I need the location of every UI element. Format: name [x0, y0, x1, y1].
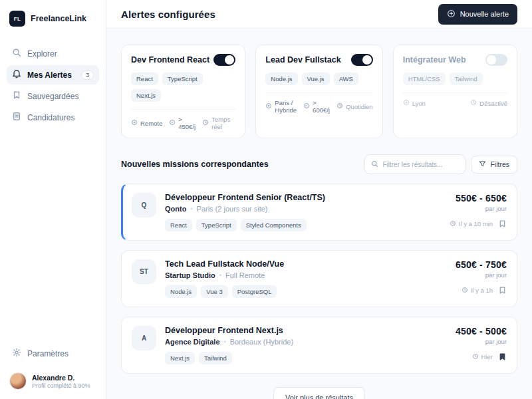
- alert-frequency: Temps réel: [202, 116, 235, 130]
- alert-name: Lead Dev Fullstack: [265, 55, 340, 65]
- clock-icon: [202, 119, 209, 127]
- mission-tag: PostgreSQL: [232, 285, 277, 298]
- alert-tag: Next.js: [131, 89, 161, 102]
- filters-label: Filtres: [490, 160, 509, 168]
- gear-icon: [12, 348, 21, 359]
- alert-tag: React: [131, 72, 158, 85]
- alert-frequency: Quotidien: [336, 102, 373, 110]
- sidebar-item-label: Candidatures: [27, 113, 74, 122]
- profile-completion: Profil complété à 90%: [32, 382, 90, 389]
- main-area: Alertes configurées Nouvelle alerte Dev …: [106, 0, 532, 399]
- bookmark-filled-button[interactable]: [498, 352, 507, 361]
- mission-rate-unit: par jour: [485, 205, 507, 212]
- mission-location: Bordeaux (Hybride): [230, 338, 293, 346]
- bell-icon: [12, 69, 21, 80]
- company-logo: Q: [132, 193, 156, 217]
- mission-list: Q Développeur Frontend Senior (React/TS)…: [121, 184, 517, 374]
- sidebar-item-parametres[interactable]: Paramètres: [7, 344, 99, 363]
- alert-tag: AWS: [334, 72, 358, 85]
- bookmark-button[interactable]: [498, 286, 507, 295]
- mission-tag: Next.js: [165, 352, 195, 364]
- alert-card-lead-dev-fullstack: Lead Dev Fullstack Node.js Vue.js AWS Pa…: [255, 45, 382, 138]
- company-logo: A: [132, 326, 156, 350]
- alert-tag: TypeScript: [162, 72, 203, 85]
- alert-location: Lyon: [403, 99, 426, 107]
- app-logo: FL FreelanceLink: [7, 9, 99, 27]
- alert-tag: Node.js: [265, 72, 297, 85]
- filters-button[interactable]: Filtres: [471, 156, 517, 174]
- filter-results-input[interactable]: [382, 161, 459, 168]
- user-profile[interactable]: Alexandre D. Profil complété à 90%: [7, 372, 99, 390]
- profile-name: Alexandre D.: [32, 374, 90, 382]
- alert-name: Intégrateur Web: [403, 55, 466, 65]
- filter-funnel-icon: [479, 160, 486, 169]
- alert-toggle-on[interactable]: [213, 54, 235, 66]
- company-logo: ST: [132, 259, 156, 284]
- sidebar-item-candidatures[interactable]: Candidatures: [7, 108, 99, 127]
- clock-icon: [470, 99, 477, 107]
- alert-tag: HTML/CSS: [403, 72, 446, 85]
- company-name: Qonto: [165, 205, 186, 213]
- clock-icon: [450, 220, 456, 228]
- mission-tag: TypeScript: [196, 219, 237, 231]
- sidebar-item-mes-alertes[interactable]: Mes Alertes 3: [7, 65, 99, 84]
- rate-icon: [169, 119, 176, 127]
- mission-title: Tech Lead Fullstack Node/Vue: [165, 259, 447, 269]
- alert-tag: Tailwind: [450, 72, 483, 85]
- alert-frequency: Désactivé: [470, 99, 507, 107]
- alert-rate: > 450€/j: [169, 116, 196, 130]
- rate-icon: [303, 102, 310, 110]
- mission-tag: Node.js: [165, 285, 197, 298]
- document-icon: [12, 112, 21, 123]
- mission-tag: Tailwind: [199, 352, 232, 364]
- mission-time: Il y a 10 min: [450, 220, 493, 228]
- mission-time: Il y a 1h: [462, 287, 493, 295]
- new-alert-label: Nouvelle alerte: [460, 10, 509, 18]
- mission-rate-unit: par jour: [485, 271, 507, 279]
- alert-toggle-on[interactable]: [351, 54, 373, 66]
- alert-name: Dev Frontend React: [131, 55, 209, 65]
- mission-tag: Styled Components: [241, 219, 307, 231]
- mission-card-qonto[interactable]: Q Développeur Frontend Senior (React/TS)…: [121, 184, 517, 241]
- avatar: [9, 372, 27, 390]
- missions-header: Nouvelles missions correspondantes Filtr…: [121, 154, 517, 174]
- load-more-button[interactable]: Voir plus de résultats: [273, 387, 365, 399]
- alert-card-dev-frontend-react: Dev Frontend React React TypeScript Next…: [121, 45, 245, 138]
- mission-card-startup-studio[interactable]: ST Tech Lead Fullstack Node/Vue Startup …: [121, 250, 517, 307]
- topbar: Alertes configurées Nouvelle alerte: [106, 0, 532, 29]
- sidebar-item-label: Mes Alertes: [27, 70, 72, 80]
- missions-section-title: Nouvelles missions correspondantes: [121, 160, 269, 169]
- clock-icon: [472, 353, 479, 361]
- mission-rate-unit: par jour: [485, 338, 507, 345]
- app-name: FreelanceLink: [31, 14, 86, 23]
- clock-icon: [336, 102, 343, 110]
- company-name: Agence Digitale: [165, 338, 220, 346]
- bookmark-icon: [12, 90, 21, 102]
- alert-rate: > 600€/j: [303, 99, 330, 114]
- alert-location: Remote: [131, 119, 162, 127]
- app-logo-icon: FL: [9, 11, 25, 27]
- company-name: Startup Studio: [165, 271, 215, 279]
- sidebar-nav: Explorer Mes Alertes 3 Sauvegardées: [7, 44, 99, 127]
- mission-location: Full Remote: [225, 271, 265, 279]
- content: Dev Frontend React React TypeScript Next…: [106, 29, 532, 399]
- sidebar-item-sauvegardees[interactable]: Sauvegardées: [7, 86, 99, 106]
- bookmark-button[interactable]: [498, 219, 507, 228]
- search-icon: [371, 158, 378, 170]
- location-icon: [131, 119, 138, 127]
- mission-card-agence-digitale[interactable]: A Développeur Frontend Next.js Agence Di…: [121, 317, 517, 374]
- plus-circle-icon: [447, 9, 456, 19]
- sidebar-item-explorer[interactable]: Explorer: [7, 44, 99, 63]
- filter-search-box[interactable]: [364, 154, 466, 174]
- location-icon: [265, 102, 272, 110]
- mission-rate: 550€ - 650€: [456, 193, 507, 203]
- alert-toggle-off[interactable]: [485, 54, 507, 66]
- alert-tag: Vue.js: [302, 72, 330, 85]
- sidebar-item-label: Sauvegardées: [27, 92, 78, 101]
- new-alert-button[interactable]: Nouvelle alerte: [438, 4, 517, 25]
- mission-rate: 450€ - 500€: [456, 326, 507, 336]
- mission-title: Développeur Frontend Senior (React/TS): [165, 193, 441, 202]
- mission-rate: 650€ - 750€: [456, 259, 507, 270]
- alerts-row: Dev Frontend React React TypeScript Next…: [121, 45, 517, 138]
- sidebar-item-label: Explorer: [27, 49, 57, 59]
